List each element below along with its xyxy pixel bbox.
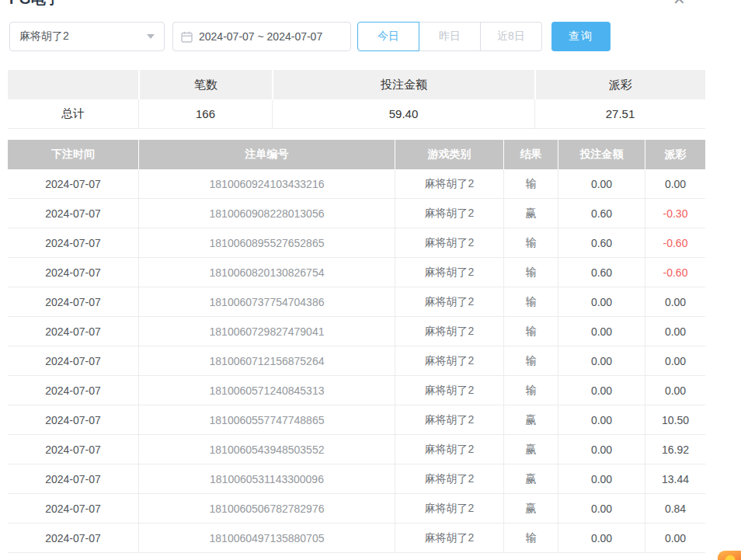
date-range-input[interactable]: 2024-07-07 ~ 2024-07-07 (172, 22, 351, 51)
calendar-icon (181, 31, 193, 43)
cell-bet-amount: 0.00 (558, 435, 645, 464)
summary-total-bet-amount: 59.40 (272, 99, 534, 128)
header-result: 结果 (503, 140, 558, 169)
cell-bet-time: 2024-07-07 (8, 317, 138, 346)
cell-result: 输 (503, 169, 558, 198)
cell-bet-time: 2024-07-07 (8, 346, 138, 375)
header-bet-amount: 投注金额 (558, 140, 645, 169)
cell-bet-id: 1810060924103433216 (138, 169, 395, 198)
cell-bet-amount: 0.00 (558, 523, 645, 552)
cell-bet-time: 2024-07-07 (8, 199, 138, 228)
cell-result: 输 (503, 523, 558, 552)
cell-game-type: 麻将胡了2 (395, 199, 503, 228)
cell-game-type: 麻将胡了2 (395, 376, 503, 405)
cell-bet-amount: 0.60 (558, 258, 645, 287)
cell-game-type: 麻将胡了2 (395, 169, 503, 198)
table-row: 2024-07-071810060712156875264麻将胡了2输0.000… (8, 346, 705, 376)
cell-game-type: 麻将胡了2 (395, 228, 503, 257)
cell-bet-id: 1810060506782782976 (138, 494, 395, 523)
cell-bet-id: 1810060729827479041 (138, 317, 395, 346)
cell-bet-id: 1810060712156875264 (138, 346, 395, 375)
cell-payout: 0.00 (645, 346, 705, 375)
page-title: PG电子 (9, 0, 60, 9)
cell-bet-time: 2024-07-07 (8, 435, 138, 464)
cell-bet-amount: 0.60 (558, 199, 645, 228)
bet-records-modal: PG电子 ✕ 麻将胡了2 2024-07-07 ~ 2024-07-07 今日 … (0, 0, 741, 560)
cell-game-type: 麻将胡了2 (395, 287, 503, 316)
cell-payout: 0.84 (645, 494, 705, 523)
cell-bet-time: 2024-07-07 (8, 523, 138, 552)
cell-game-type: 麻将胡了2 (395, 494, 503, 523)
cell-payout: -0.60 (645, 258, 705, 287)
cell-game-type: 麻将胡了2 (395, 523, 503, 552)
cell-payout: -0.60 (645, 228, 705, 257)
table-row: 2024-07-071810060908228013056麻将胡了2赢0.60-… (8, 199, 705, 228)
cell-result: 赢 (503, 464, 558, 493)
cell-payout: 0.00 (645, 376, 705, 405)
cell-payout: 10.50 (645, 405, 705, 434)
cell-game-type: 麻将胡了2 (395, 464, 503, 493)
cell-bet-id: 1810060571240845313 (138, 376, 395, 405)
cell-bet-id: 1810060557747748865 (138, 405, 395, 434)
summary-total-payout: 27.51 (534, 99, 705, 128)
yesterday-button[interactable]: 昨日 (419, 22, 481, 51)
floating-promo-icon[interactable] (718, 551, 741, 560)
table-row: 2024-07-071810060557747748865麻将胡了2赢0.001… (8, 405, 705, 435)
cell-bet-amount: 0.00 (558, 346, 645, 375)
header-game-type: 游戏类别 (395, 140, 503, 169)
header-bet-time: 下注时间 (8, 140, 138, 169)
cell-result: 输 (503, 346, 558, 375)
game-select-value: 麻将胡了2 (19, 30, 69, 43)
cell-result: 赢 (503, 199, 558, 228)
cell-payout: 0.00 (645, 169, 705, 198)
summary-header-bet-amount: 投注金额 (272, 70, 534, 99)
summary-header-count: 笔数 (138, 70, 272, 99)
cell-result: 赢 (503, 405, 558, 434)
date-range-value: 2024-07-07 ~ 2024-07-07 (199, 30, 322, 43)
cell-bet-amount: 0.00 (558, 405, 645, 434)
cell-bet-time: 2024-07-07 (8, 405, 138, 434)
cell-result: 赢 (503, 435, 558, 464)
cell-bet-id: 1810060895527652865 (138, 228, 395, 257)
cell-bet-amount: 0.00 (558, 464, 645, 493)
summary-header-row: 笔数 投注金额 派彩 (8, 70, 705, 99)
table-row: 2024-07-071810060497135880705麻将胡了2输0.000… (8, 523, 705, 553)
header-bet-id: 注单编号 (138, 140, 395, 169)
last-8-days-button[interactable]: 近8日 (480, 22, 542, 51)
cell-payout: 0.00 (645, 317, 705, 346)
cell-bet-time: 2024-07-07 (8, 258, 138, 287)
cell-result: 输 (503, 376, 558, 405)
cell-result: 输 (503, 287, 558, 316)
cell-result: 赢 (503, 494, 558, 523)
table-row: 2024-07-071810060729827479041麻将胡了2输0.000… (8, 317, 705, 346)
cell-bet-time: 2024-07-07 (8, 169, 138, 198)
cell-bet-id: 1810060820130826754 (138, 258, 395, 287)
cell-bet-amount: 0.00 (558, 494, 645, 523)
summary-table: 笔数 投注金额 派彩 总计 166 59.40 27.51 (8, 70, 705, 129)
table-row: 2024-07-071810060571240845313麻将胡了2输0.000… (8, 376, 705, 405)
table-row: 2024-07-071810060924103433216麻将胡了2输0.000… (8, 169, 705, 199)
cell-result: 输 (503, 317, 558, 346)
cell-payout: 13.44 (645, 464, 705, 493)
cell-bet-time: 2024-07-07 (8, 494, 138, 523)
close-icon[interactable]: ✕ (673, 0, 686, 7)
cell-payout: 0.00 (645, 523, 705, 552)
cell-bet-id: 1810060531143300096 (138, 464, 395, 493)
today-button[interactable]: 今日 (357, 22, 419, 51)
cell-payout: -0.30 (645, 199, 705, 228)
cell-bet-id: 1810060497135880705 (138, 523, 395, 552)
search-button[interactable]: 查询 (551, 22, 611, 51)
cell-bet-id: 1810060543948503552 (138, 435, 395, 464)
cell-bet-amount: 0.00 (558, 169, 645, 198)
coin-icon (725, 555, 736, 560)
table-row: 2024-07-071810060531143300096麻将胡了2赢0.001… (8, 464, 705, 494)
cell-game-type: 麻将胡了2 (395, 346, 503, 375)
summary-total-label: 总计 (8, 99, 138, 128)
cell-game-type: 麻将胡了2 (395, 405, 503, 434)
cell-bet-time: 2024-07-07 (8, 464, 138, 493)
bet-table-body: 2024-07-071810060924103433216麻将胡了2输0.000… (8, 169, 705, 553)
cell-payout: 0.00 (645, 287, 705, 316)
game-select[interactable]: 麻将胡了2 (9, 22, 165, 51)
bet-records-table: 下注时间 注单编号 游戏类别 结果 投注金额 派彩 2024-07-071810… (8, 140, 705, 553)
table-row: 2024-07-071810060820130826754麻将胡了2输0.60-… (8, 258, 705, 287)
